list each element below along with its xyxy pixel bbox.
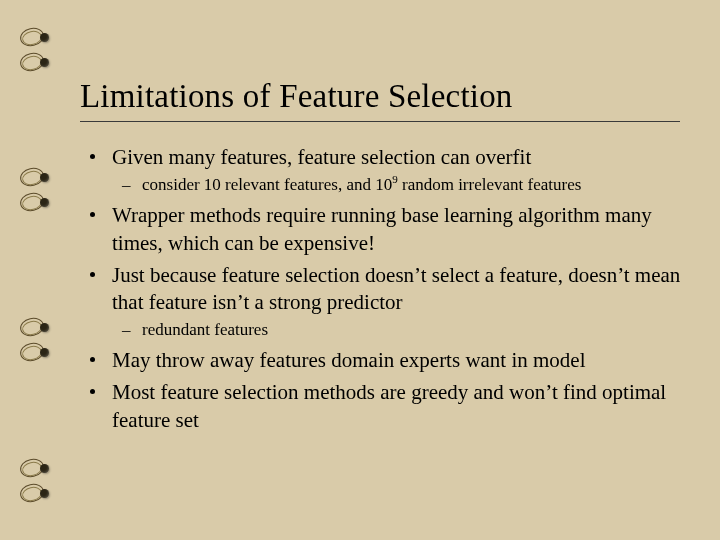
- title-underline: [80, 121, 680, 122]
- bullet-text: Given many features, feature selection c…: [112, 145, 531, 169]
- bullet-item: Given many features, feature selection c…: [80, 144, 690, 196]
- ring-icon: [26, 320, 54, 334]
- binder-rings: [26, 0, 56, 540]
- bullet-item: Wrapper methods require running base lea…: [80, 202, 690, 257]
- sub-list: redundant features: [112, 319, 690, 341]
- ring-icon: [26, 461, 54, 475]
- bullet-item: May throw away features domain experts w…: [80, 347, 690, 375]
- sub-item: consider 10 relevant features, and 109 r…: [112, 174, 690, 196]
- bullet-text: Wrapper methods require running base lea…: [112, 203, 652, 255]
- slide: Limitations of Feature Selection Given m…: [0, 0, 720, 540]
- sub-list: consider 10 relevant features, and 109 r…: [112, 174, 690, 196]
- ring-icon: [26, 55, 54, 69]
- ring-icon: [26, 195, 54, 209]
- sub-item: redundant features: [112, 319, 690, 341]
- ring-icon: [26, 486, 54, 500]
- slide-content: Limitations of Feature Selection Given m…: [80, 0, 690, 540]
- ring-icon: [26, 345, 54, 359]
- ring-icon: [26, 170, 54, 184]
- slide-title: Limitations of Feature Selection: [80, 78, 690, 115]
- ring-icon: [26, 30, 54, 44]
- bullet-text: Most feature selection methods are greed…: [112, 380, 666, 432]
- bullet-item: Most feature selection methods are greed…: [80, 379, 690, 434]
- bullet-text: May throw away features domain experts w…: [112, 348, 586, 372]
- bullet-list: Given many features, feature selection c…: [80, 144, 690, 435]
- bullet-item: Just because feature selection doesn’t s…: [80, 262, 690, 342]
- bullet-text: Just because feature selection doesn’t s…: [112, 263, 680, 315]
